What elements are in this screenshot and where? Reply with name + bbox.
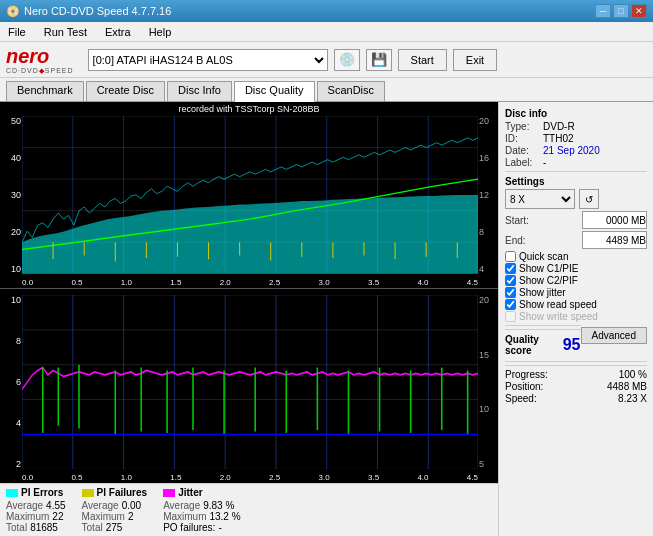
jitter-legend (163, 489, 175, 497)
menu-run-test[interactable]: Run Test (40, 24, 91, 40)
top-chart-svg (22, 116, 478, 274)
pi-failures-label: PI Failures (97, 487, 148, 498)
pi-failures-total: 275 (106, 522, 123, 533)
quick-scan-row: Quick scan (505, 251, 647, 262)
jitter-label: Jitter (178, 487, 202, 498)
top-chart-x-axis: 0.0 0.5 1.0 1.5 2.0 2.5 3.0 3.5 4.0 4.5 (22, 278, 478, 287)
speed-row: 8 X ↺ (505, 189, 647, 209)
y-left-50: 50 (1, 116, 21, 126)
disc-date-label: Date: (505, 145, 543, 156)
show-write-speed-row: Show write speed (505, 311, 647, 322)
maximize-button[interactable]: □ (613, 4, 629, 18)
divider-3 (505, 361, 647, 362)
pi-failures-maximum: 2 (128, 511, 134, 522)
bottom-chart-y-left: 10 8 6 4 2 (1, 295, 21, 469)
show-jitter-checkbox[interactable] (505, 287, 516, 298)
show-c1pie-label: Show C1/PIE (519, 263, 578, 274)
speed-row-progress: Speed: 8.23 X (505, 393, 647, 404)
start-button[interactable]: Start (398, 49, 447, 71)
show-c1pie-checkbox[interactable] (505, 263, 516, 274)
tab-create-disc[interactable]: Create Disc (86, 81, 165, 101)
tab-benchmark[interactable]: Benchmark (6, 81, 84, 101)
bottom-chart-svg (22, 295, 478, 469)
bottom-chart-y-right: 20 15 10 5 (479, 295, 497, 469)
disc-info-section: Disc info Type: DVD-R ID: TTH02 Date: 21… (505, 108, 647, 168)
y-left-30: 30 (1, 190, 21, 200)
tab-disc-quality[interactable]: Disc Quality (234, 81, 315, 102)
minimize-button[interactable]: ─ (595, 4, 611, 18)
progress-section: Progress: 100 % Position: 4488 MB Speed:… (505, 365, 647, 404)
show-read-speed-checkbox[interactable] (505, 299, 516, 310)
menu-bar: File Run Test Extra Help (0, 22, 653, 42)
menu-file[interactable]: File (4, 24, 30, 40)
bottom-chart-x-axis: 0.0 0.5 1.0 1.5 2.0 2.5 3.0 3.5 4.0 4.5 (22, 473, 478, 482)
show-c2pif-checkbox[interactable] (505, 275, 516, 286)
y-left-20: 20 (1, 227, 21, 237)
disc-date-row: Date: 21 Sep 2020 (505, 145, 647, 156)
show-write-speed-checkbox[interactable] (505, 311, 516, 322)
progress-row: Progress: 100 % (505, 369, 647, 380)
top-chart-y-right: 20 16 12 8 4 (479, 116, 497, 274)
show-jitter-row: Show jitter (505, 287, 647, 298)
top-chart-svg-area (22, 116, 478, 274)
y-right-16: 16 (479, 153, 497, 163)
show-c2pif-row: Show C2/PIF (505, 275, 647, 286)
quality-score-value: 95 (563, 336, 581, 354)
tab-scan-disc[interactable]: ScanDisc (317, 81, 385, 101)
speed-select[interactable]: 8 X (505, 189, 575, 209)
disc-info-title: Disc info (505, 108, 647, 119)
y-left-40: 40 (1, 153, 21, 163)
disc-label-row: Label: - (505, 157, 647, 168)
divider-2 (505, 325, 581, 326)
pi-errors-label: PI Errors (21, 487, 63, 498)
progress-label: Progress: (505, 369, 548, 380)
bottom-chart: 10 8 6 4 2 20 15 10 5 (0, 289, 498, 483)
drive-select[interactable]: [0:0] ATAPI iHAS124 B AL0S (88, 49, 328, 71)
speed-value-progress: 8.23 X (618, 393, 647, 404)
menu-help[interactable]: Help (145, 24, 176, 40)
show-jitter-label: Show jitter (519, 287, 566, 298)
disc-id-value: TTH02 (543, 133, 574, 144)
chart-area: recorded with TSSTcorp SN-208BB 50 40 30… (0, 102, 498, 536)
jitter-maximum: 13.2 % (209, 511, 240, 522)
settings-title: Settings (505, 176, 647, 187)
y-right-12: 12 (479, 190, 497, 200)
title-bar-controls: ─ □ ✕ (595, 4, 647, 18)
drive-icon-button[interactable]: 💿 (334, 49, 360, 71)
advanced-button[interactable]: Advanced (581, 327, 647, 344)
disc-id-label: ID: (505, 133, 543, 144)
position-row: Position: 4488 MB (505, 381, 647, 392)
close-button[interactable]: ✕ (631, 4, 647, 18)
save-icon-button[interactable]: 💾 (366, 49, 392, 71)
tabs: Benchmark Create Disc Disc Info Disc Qua… (0, 78, 653, 102)
window-title: Nero CD-DVD Speed 4.7.7.16 (24, 5, 171, 17)
progress-value: 100 % (619, 369, 647, 380)
quality-score-title: Quality score (505, 334, 563, 356)
pi-errors-average: 4.55 (46, 500, 65, 511)
pi-errors-legend (6, 489, 18, 497)
start-input[interactable] (582, 211, 647, 229)
disc-type-row: Type: DVD-R (505, 121, 647, 132)
disc-label-value: - (543, 157, 546, 168)
disc-date-value: 21 Sep 2020 (543, 145, 600, 156)
refresh-icon-button[interactable]: ↺ (579, 189, 599, 209)
pi-failures-average: 0.00 (122, 500, 141, 511)
chart-title: recorded with TSSTcorp SN-208BB (179, 104, 320, 114)
jitter-stat: Jitter Average 9.83 % Maximum 13.2 % PO … (163, 487, 240, 533)
exit-button[interactable]: Exit (453, 49, 497, 71)
disc-id-row: ID: TTH02 (505, 133, 647, 144)
end-input[interactable] (582, 231, 647, 249)
right-panel: Disc info Type: DVD-R ID: TTH02 Date: 21… (498, 102, 653, 536)
disc-type-value: DVD-R (543, 121, 575, 132)
menu-extra[interactable]: Extra (101, 24, 135, 40)
tab-disc-info[interactable]: Disc Info (167, 81, 232, 101)
disc-label-label: Label: (505, 157, 543, 168)
position-label: Position: (505, 381, 543, 392)
bottom-chart-svg-area (22, 295, 478, 469)
quick-scan-checkbox[interactable] (505, 251, 516, 262)
po-failures-value: - (218, 522, 221, 533)
divider-1 (505, 171, 647, 172)
show-read-speed-label: Show read speed (519, 299, 597, 310)
pi-errors-maximum: 22 (52, 511, 63, 522)
show-read-speed-row: Show read speed (505, 299, 647, 310)
